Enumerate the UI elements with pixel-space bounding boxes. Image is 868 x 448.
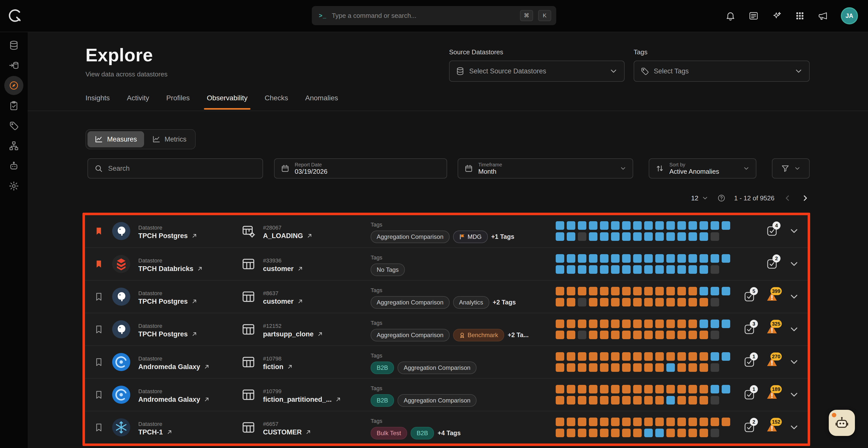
heatmap-cell[interactable] <box>700 265 708 274</box>
heatmap-cell[interactable] <box>666 298 675 307</box>
tag-chip[interactable]: No Tags <box>371 263 405 276</box>
heatmap-cell[interactable] <box>666 232 675 241</box>
heatmap-cell[interactable] <box>677 320 686 328</box>
heatmap-cell[interactable] <box>688 287 697 295</box>
heatmap-cell[interactable] <box>666 385 675 393</box>
heatmap-cell[interactable] <box>666 221 675 230</box>
heatmap-cell[interactable] <box>556 298 564 307</box>
tag-chip[interactable]: B2B <box>371 361 394 374</box>
expand-row-chevron-icon[interactable] <box>788 389 800 400</box>
heatmap-cell[interactable] <box>655 352 664 361</box>
heatmap-cell[interactable] <box>600 352 609 361</box>
heatmap-cell[interactable] <box>633 429 642 437</box>
heatmap-cell[interactable] <box>567 265 575 274</box>
heatmap-cell[interactable] <box>600 418 609 426</box>
heatmap-cell[interactable] <box>556 287 564 295</box>
tag-chip[interactable]: Benchmark <box>453 329 504 342</box>
more-tags-count[interactable]: +4 Tags <box>437 429 461 437</box>
heatmap-cell[interactable] <box>666 429 675 437</box>
heatmap-cell[interactable] <box>688 396 697 405</box>
heatmap-cell[interactable] <box>711 418 719 426</box>
heatmap-cell[interactable] <box>644 265 653 274</box>
tab-anomalies[interactable]: Anomalies <box>305 94 338 109</box>
heatmap-cell[interactable] <box>655 265 664 274</box>
heatmap-cell[interactable] <box>677 396 686 405</box>
heatmap-cell[interactable] <box>688 320 697 328</box>
heatmap-cell[interactable] <box>700 396 708 405</box>
tag-chip[interactable]: Analytics <box>453 296 489 309</box>
heatmap-cell[interactable] <box>644 385 653 393</box>
source-datastores-select[interactable]: Select Source Datastores <box>449 61 625 82</box>
heatmap-cell[interactable] <box>556 385 564 393</box>
heatmap-cell[interactable] <box>633 352 642 361</box>
open-external-icon[interactable] <box>317 330 323 338</box>
heatmap-cell[interactable] <box>633 287 642 295</box>
heatmap-cell[interactable] <box>589 418 597 426</box>
report-date-picker[interactable]: Report Date 03/19/2026 <box>274 158 447 179</box>
checks-icon[interactable]: 2 <box>766 258 778 270</box>
heatmap-cell[interactable] <box>711 330 719 339</box>
heatmap-cell[interactable] <box>666 287 675 295</box>
expand-row-chevron-icon[interactable] <box>788 324 800 335</box>
heatmap-cell[interactable] <box>600 298 609 307</box>
heatmap-cell[interactable] <box>666 265 675 274</box>
heatmap-cell[interactable] <box>677 221 686 230</box>
heatmap-cell[interactable] <box>644 429 653 437</box>
page-size-select[interactable]: 12 <box>691 194 709 202</box>
heatmap-cell[interactable] <box>600 396 609 405</box>
heatmap-cell[interactable] <box>666 254 675 263</box>
heatmap-cell[interactable] <box>556 320 564 328</box>
heatmap-cell[interactable] <box>600 265 609 274</box>
metrics-toggle-button[interactable]: Metrics <box>145 131 194 147</box>
heatmap-cell[interactable] <box>556 330 564 339</box>
heatmap-cell[interactable] <box>722 287 730 295</box>
announcements-icon[interactable] <box>818 10 828 21</box>
heatmap-cell[interactable] <box>578 363 586 372</box>
heatmap-cell[interactable] <box>655 396 664 405</box>
changelog-icon[interactable] <box>748 10 759 21</box>
heatmap-cell[interactable] <box>611 385 620 393</box>
heatmap-cell[interactable] <box>711 254 719 263</box>
heatmap-cell[interactable] <box>611 287 620 295</box>
heatmap-cell[interactable] <box>644 287 653 295</box>
heatmap-cell[interactable] <box>655 320 664 328</box>
previous-page-icon[interactable] <box>783 194 792 203</box>
heatmap-cell[interactable] <box>633 320 642 328</box>
checks-icon[interactable]: 4 <box>766 225 778 237</box>
heatmap-cell[interactable] <box>622 265 631 274</box>
heatmap-cell[interactable] <box>633 385 642 393</box>
heatmap-cell[interactable] <box>589 254 597 263</box>
heatmap-cell[interactable] <box>578 287 586 295</box>
heatmap-cell[interactable] <box>589 352 597 361</box>
heatmap-cell[interactable] <box>622 298 631 307</box>
heatmap-cell[interactable] <box>600 320 609 328</box>
heatmap-cell[interactable] <box>688 298 697 307</box>
heatmap-cell[interactable] <box>611 330 620 339</box>
bookmark-icon[interactable] <box>94 325 106 334</box>
heatmap-cell[interactable] <box>711 287 719 295</box>
heatmap-cell[interactable] <box>622 363 631 372</box>
heatmap-cell[interactable] <box>677 232 686 241</box>
open-external-icon[interactable] <box>305 429 312 436</box>
heatmap-cell[interactable] <box>622 254 631 263</box>
sidebar-item-tags[interactable] <box>4 116 23 135</box>
heatmap-cell[interactable] <box>700 254 708 263</box>
heatmap-cell[interactable] <box>589 330 597 339</box>
open-external-icon[interactable] <box>166 429 173 436</box>
heatmap-cell[interactable] <box>556 254 564 263</box>
tag-chip[interactable]: Bulk Test <box>371 427 407 440</box>
tag-chip[interactable]: Aggregation Comparison <box>371 230 450 243</box>
heatmap-cell[interactable] <box>578 418 586 426</box>
checks-icon[interactable]: 1 <box>743 389 755 401</box>
heatmap-cell[interactable] <box>611 265 620 274</box>
heatmap-cell[interactable] <box>611 352 620 361</box>
heatmap-cell[interactable] <box>622 352 631 361</box>
heatmap-cell[interactable] <box>688 418 697 426</box>
heatmap-cell[interactable] <box>611 320 620 328</box>
open-external-icon[interactable] <box>203 363 210 370</box>
heatmap-cell[interactable] <box>567 418 575 426</box>
heatmap-cell[interactable] <box>633 221 642 230</box>
heatmap-cell[interactable] <box>688 385 697 393</box>
heatmap-cell[interactable] <box>700 221 708 230</box>
heatmap-cell[interactable] <box>711 298 719 307</box>
